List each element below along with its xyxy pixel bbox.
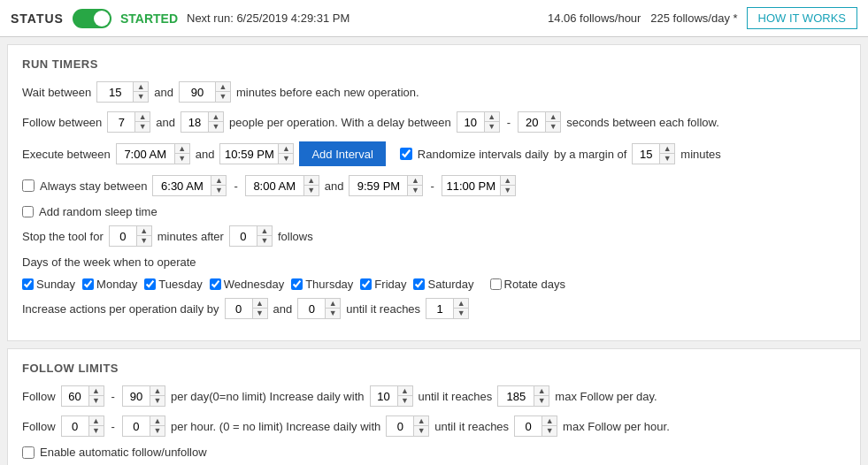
increase-val2-input[interactable] [298,299,325,318]
follow1-min-up[interactable]: ▲ [89,386,104,396]
delay-max-input[interactable] [518,112,545,132]
delay-min-spinner[interactable]: ▲ ▼ [457,111,500,133]
increase-val1-spinner[interactable]: ▲ ▼ [225,298,268,319]
increase-val1-up[interactable]: ▲ [253,299,267,309]
follow-min-down[interactable]: ▼ [135,122,150,132]
stay-start1-spinner[interactable]: ▲ ▼ [152,175,227,196]
follow2-max-down[interactable]: ▼ [150,426,165,436]
day-monday-checkbox[interactable] [82,278,94,290]
always-stay-checkbox[interactable] [22,179,35,192]
delay-min-up[interactable]: ▲ [485,112,499,122]
stay-end1-input[interactable] [246,176,303,195]
margin-spinner[interactable]: ▲ ▼ [632,143,675,164]
follow2-maxval-down[interactable]: ▼ [542,426,557,436]
follow-max-spinner[interactable]: ▲ ▼ [181,111,224,133]
wait-max-up[interactable]: ▲ [216,82,230,92]
add-interval-button[interactable]: Add Interval [299,141,385,166]
stay-start1-down[interactable]: ▼ [211,186,226,195]
stay-end2-input[interactable] [442,176,500,195]
stay-end2-up[interactable]: ▲ [501,176,515,186]
increase-val2-up[interactable]: ▲ [326,299,340,309]
stay-end1-spinner[interactable]: ▲ ▼ [245,175,319,196]
follow1-max-input[interactable] [123,386,150,406]
follow2-maxval-up[interactable]: ▲ [542,416,557,426]
follow1-min-down[interactable]: ▼ [89,396,104,406]
follow-max-down[interactable]: ▼ [209,122,223,132]
follow-min-input[interactable] [108,112,134,132]
follow1-inc-down[interactable]: ▼ [398,396,412,406]
follow-min-spinner[interactable]: ▲ ▼ [107,111,150,133]
follow2-min-down[interactable]: ▼ [89,426,104,436]
follow1-min-spinner[interactable]: ▲ ▼ [61,385,104,407]
exec-start-spinner[interactable]: ▲ ▼ [116,143,190,164]
stop-minutes-up[interactable]: ▲ [137,226,151,236]
delay-max-up[interactable]: ▲ [546,112,560,122]
stay-start2-down[interactable]: ▼ [408,186,422,195]
increase-val2-down[interactable]: ▼ [326,309,340,318]
follow2-inc-input[interactable] [387,416,413,436]
stay-end1-up[interactable]: ▲ [304,176,319,186]
follow2-max-input[interactable] [123,416,150,436]
stop-minutes-input[interactable] [110,226,136,246]
stop-follows-spinner[interactable]: ▲ ▼ [229,225,273,247]
randomize-checkbox[interactable] [400,148,412,160]
stop-follows-up[interactable]: ▲ [257,226,272,236]
margin-down[interactable]: ▼ [660,154,674,164]
increase-val2-spinner[interactable]: ▲ ▼ [297,298,341,319]
sleep-checkbox[interactable] [22,206,34,217]
delay-min-down[interactable]: ▼ [485,122,499,132]
follow-max-input[interactable] [181,112,208,132]
exec-end-up[interactable]: ▲ [279,144,293,154]
day-friday-checkbox[interactable] [360,278,372,290]
delay-max-down[interactable]: ▼ [546,122,560,132]
day-thursday-checkbox[interactable] [291,278,303,290]
increase-val3-input[interactable] [426,299,453,318]
exec-end-input[interactable] [220,144,278,164]
wait-min-input[interactable] [97,82,133,102]
increase-val3-spinner[interactable]: ▲ ▼ [426,298,469,319]
margin-input[interactable] [633,144,659,164]
stay-start2-spinner[interactable]: ▲ ▼ [349,175,423,196]
wait-min-down[interactable]: ▼ [134,92,148,102]
follow1-max-down[interactable]: ▼ [150,396,165,406]
rotate-days-checkbox[interactable] [490,278,502,290]
wait-max-spinner[interactable]: ▲ ▼ [179,81,231,103]
increase-val1-down[interactable]: ▼ [253,309,267,318]
exec-end-down[interactable]: ▼ [279,154,293,164]
stay-start1-input[interactable] [153,176,211,195]
follow1-min-input[interactable] [62,386,88,406]
delay-min-input[interactable] [457,112,484,132]
exec-start-input[interactable] [117,144,174,164]
day-saturday-checkbox[interactable] [413,278,425,290]
follow1-inc-up[interactable]: ▲ [398,386,412,396]
margin-up[interactable]: ▲ [660,144,674,154]
stay-start2-input[interactable] [350,176,407,195]
wait-max-down[interactable]: ▼ [216,92,230,102]
day-sunday-checkbox[interactable] [22,278,34,290]
increase-val3-down[interactable]: ▼ [454,309,468,318]
day-wednesday-checkbox[interactable] [210,278,221,290]
wait-min-up[interactable]: ▲ [134,82,148,92]
stop-minutes-down[interactable]: ▼ [137,236,151,246]
follow-min-up[interactable]: ▲ [135,112,150,122]
exec-start-up[interactable]: ▲ [175,144,189,154]
follow1-maxval-down[interactable]: ▼ [534,396,549,406]
increase-val3-up[interactable]: ▲ [454,299,468,309]
follow-max-up[interactable]: ▲ [209,112,223,122]
increase-val1-input[interactable] [226,299,252,318]
wait-max-input[interactable] [180,82,215,102]
follow1-inc-input[interactable] [371,386,397,406]
stop-follows-down[interactable]: ▼ [257,236,272,246]
stop-minutes-spinner[interactable]: ▲ ▼ [109,225,152,247]
follow2-inc-spinner[interactable]: ▲ ▼ [386,415,429,437]
delay-max-spinner[interactable]: ▲ ▼ [518,111,561,133]
stay-end1-down[interactable]: ▼ [304,186,319,195]
follow2-inc-up[interactable]: ▲ [414,416,428,426]
follow1-inc-spinner[interactable]: ▲ ▼ [370,385,413,407]
follow2-inc-down[interactable]: ▼ [414,426,428,436]
follow1-max-up[interactable]: ▲ [150,386,165,396]
follow1-maxval-spinner[interactable]: ▲ ▼ [497,385,549,407]
follow1-max-spinner[interactable]: ▲ ▼ [122,385,165,407]
stay-end2-spinner[interactable]: ▲ ▼ [442,175,516,196]
follow2-min-input[interactable] [62,416,88,436]
